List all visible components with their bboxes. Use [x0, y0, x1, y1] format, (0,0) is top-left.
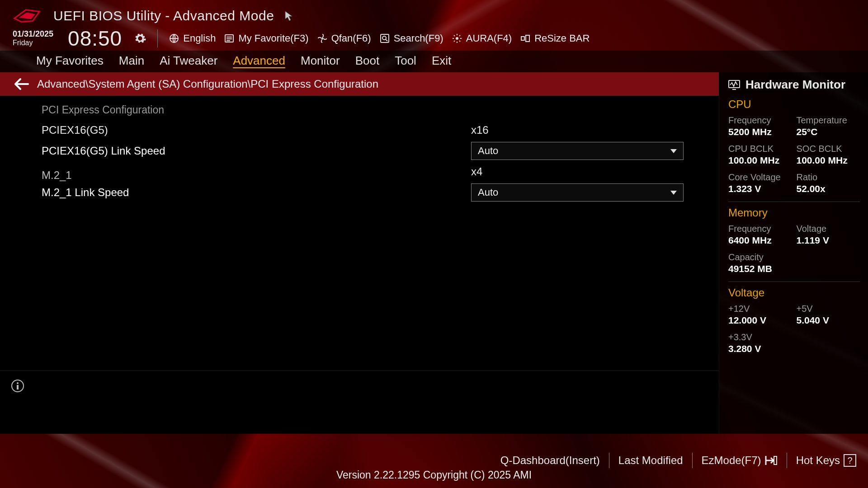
datetime: 01/31/2025 Friday	[13, 30, 53, 47]
clock: 08:50	[68, 26, 122, 51]
version-text: Version 2.22.1295 Copyright (C) 2025 AMI	[336, 469, 532, 481]
setting-select[interactable]: Auto	[471, 142, 684, 160]
stat-label: Temperature	[797, 115, 860, 126]
stat-value: 3.280 V	[728, 343, 792, 354]
ezmode-button[interactable]: EzMode(F7)	[702, 454, 778, 467]
stat-label: Core Voltage	[728, 172, 792, 183]
tab-main[interactable]: Main	[119, 54, 144, 72]
tab-tool[interactable]: Tool	[395, 54, 416, 72]
globe-icon	[169, 33, 179, 44]
tab-ai-tweaker[interactable]: Ai Tweaker	[160, 54, 217, 72]
hardware-monitor-title: Hardware Monitor	[728, 78, 860, 92]
chevron-down-icon	[670, 191, 677, 195]
memory-heading: Memory	[728, 206, 860, 219]
tab-advanced[interactable]: Advanced	[233, 54, 285, 72]
stat-value: 5200 MHz	[728, 127, 792, 137]
stat-label: +5V	[797, 304, 860, 314]
stat-label: CPU BCLK	[728, 144, 792, 154]
tab-exit[interactable]: Exit	[432, 54, 451, 72]
svg-point-2	[321, 38, 323, 39]
setting-value: x16	[471, 124, 489, 136]
stat-label: SOC BCLK	[797, 144, 860, 154]
svg-point-9	[17, 382, 19, 384]
search-button[interactable]: Search(F9)	[379, 33, 443, 44]
breadcrumb: Advanced\System Agent (SA) Configuration…	[0, 72, 719, 96]
resize-bar-button[interactable]: ReSize BAR	[520, 33, 590, 44]
setting-label: M.2_1 Link Speed	[42, 186, 471, 199]
tab-monitor[interactable]: Monitor	[301, 54, 340, 72]
setting-value: x4	[471, 165, 482, 178]
aura-button[interactable]: AURA(F4)	[452, 33, 512, 44]
fan-icon	[317, 33, 328, 44]
stat-value: 6400 MHz	[728, 235, 792, 246]
resize-bar-icon	[520, 33, 531, 44]
setting-label: PCIEX16(G5)	[42, 124, 471, 136]
hot-keys-button[interactable]: Hot Keys ?	[796, 454, 856, 467]
svg-rect-7	[526, 35, 529, 42]
qfan-button[interactable]: Qfan(F6)	[317, 33, 371, 44]
list-icon	[224, 33, 235, 44]
exit-icon	[765, 455, 778, 466]
setting-label: M.2_1	[42, 169, 471, 182]
mouse-cursor-icon	[285, 11, 293, 22]
setting-label: PCIEX16(G5) Link Speed	[42, 145, 471, 157]
search-icon	[379, 33, 390, 44]
stat-label: Frequency	[728, 224, 792, 234]
my-favorite-button[interactable]: My Favorite(F3)	[224, 33, 308, 44]
page-title: UEFI BIOS Utility - Advanced Mode	[53, 8, 274, 23]
svg-point-5	[456, 37, 458, 40]
help-key-icon: ?	[844, 454, 856, 467]
back-arrow-icon[interactable]	[14, 78, 29, 90]
stat-value: 5.040 V	[797, 315, 860, 326]
svg-point-4	[382, 36, 386, 40]
info-icon	[11, 379, 24, 393]
cpu-heading: CPU	[728, 98, 860, 111]
stat-value: 100.00 MHz	[797, 155, 860, 166]
language-button[interactable]: English	[169, 33, 216, 44]
chevron-down-icon	[670, 149, 677, 153]
gear-icon[interactable]	[134, 32, 146, 45]
voltage-heading: Voltage	[728, 286, 860, 299]
rog-logo-icon	[13, 8, 41, 23]
stat-value: 52.00x	[797, 183, 860, 194]
tab-boot[interactable]: Boot	[355, 54, 380, 72]
last-modified-button[interactable]: Last Modified	[618, 454, 683, 467]
q-dashboard-button[interactable]: Q-Dashboard(Insert)	[500, 454, 600, 467]
svg-rect-12	[774, 456, 777, 465]
monitor-icon	[728, 80, 740, 90]
stat-label: +3.3V	[728, 332, 792, 343]
stat-value: 1.119 V	[797, 235, 860, 246]
svg-rect-3	[381, 34, 389, 42]
stat-label: Capacity	[728, 252, 792, 263]
stat-value: 12.000 V	[728, 315, 792, 326]
stat-label: Frequency	[728, 115, 792, 126]
aura-icon	[452, 33, 462, 44]
stat-value: 1.323 V	[728, 183, 792, 194]
stat-label: Ratio	[797, 172, 860, 183]
setting-select[interactable]: Auto	[471, 183, 684, 202]
svg-rect-6	[521, 37, 524, 40]
main-tabs: My FavoritesMainAi TweakerAdvancedMonito…	[0, 51, 868, 72]
stat-value: 49152 MB	[728, 263, 792, 274]
stat-label: +12V	[728, 304, 792, 314]
stat-value: 100.00 MHz	[728, 155, 792, 166]
svg-rect-10	[17, 385, 19, 389]
tab-my-favorites[interactable]: My Favorites	[36, 54, 104, 72]
stat-label: Voltage	[797, 224, 860, 234]
section-title: PCI Express Configuration	[42, 104, 701, 116]
stat-value: 25°C	[797, 127, 860, 137]
